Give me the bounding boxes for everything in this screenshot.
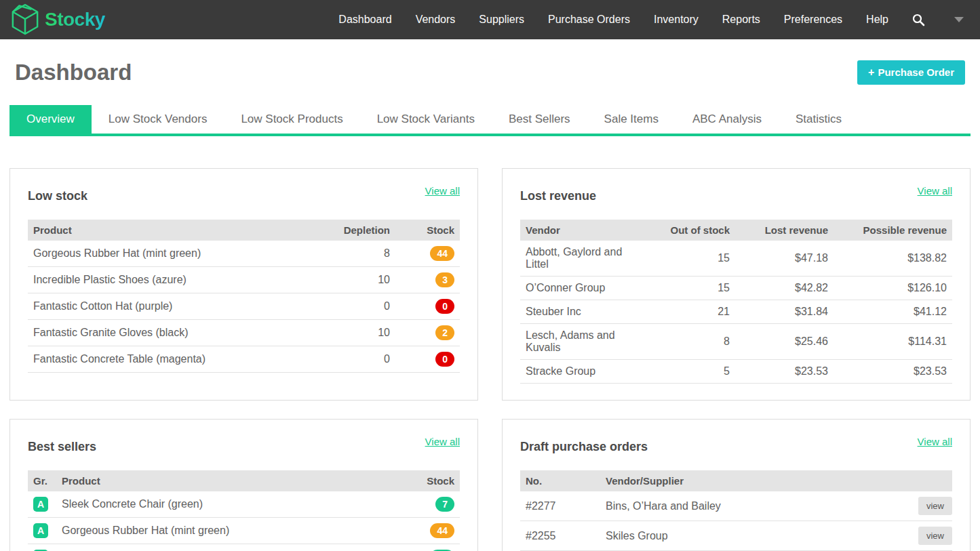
po-number: #2255	[520, 521, 600, 551]
column-header-product: Product	[28, 220, 314, 241]
best-sellers-card: Best sellers View all Gr. Product Stock …	[9, 419, 478, 551]
nav-vendors[interactable]: Vendors	[416, 14, 456, 26]
table-row: Steuber Inc 21 $31.84 $41.12	[520, 300, 952, 324]
column-header-actions	[907, 470, 952, 491]
brand-name: Stocky	[45, 9, 105, 30]
stock-badge: 7	[435, 497, 454, 512]
lost-revenue-table: Vendor Out of stock Lost revenue Possibl…	[520, 220, 952, 384]
nav-inventory[interactable]: Inventory	[654, 14, 699, 26]
po-number: #2277	[520, 491, 600, 521]
draft-purchase-orders-card: Draft purchase orders View all No. Vendo…	[502, 419, 971, 551]
possible-revenue-value: $41.12	[834, 300, 952, 324]
chevron-down-icon[interactable]	[954, 17, 964, 22]
table-row: Incredible Plastic Shoes (azure) 10 3	[28, 267, 460, 293]
new-purchase-order-button[interactable]: +Purchase Order	[857, 60, 965, 85]
table-row: Lesch, Adams and Kuvalis 8 $25.46 $114.3…	[520, 324, 952, 360]
column-header-vendor-supplier: Vendor/Supplier	[600, 470, 907, 491]
column-header-number: No.	[520, 470, 600, 491]
best-sellers-view-all-link[interactable]: View all	[425, 436, 460, 447]
table-row: O’Conner Group 15 $42.82 $126.10	[520, 277, 952, 300]
column-header-lost-revenue: Lost revenue	[735, 220, 834, 241]
column-header-grade: Gr.	[28, 470, 56, 491]
lost-revenue-value: $47.18	[735, 241, 834, 277]
tab-statistics[interactable]: Statistics	[779, 105, 859, 134]
column-header-out-of-stock: Out of stock	[644, 220, 735, 241]
lost-revenue-card: Lost revenue View all Vendor Out of stoc…	[502, 168, 971, 401]
stock-badge: 44	[430, 246, 454, 261]
low-stock-table: Product Depletion Stock Gorgeous Rubber …	[28, 220, 460, 373]
tab-low-stock-vendors[interactable]: Low Stock Vendors	[92, 105, 224, 134]
table-row: #2277 Bins, O’Hara and Bailey view	[520, 491, 952, 521]
product-name: Gorgeous Rubber Hat (mint green)	[56, 518, 395, 544]
product-name: Fantastic Concrete Table (magenta)	[28, 346, 314, 373]
nav-reports[interactable]: Reports	[722, 14, 760, 26]
possible-revenue-value: $138.82	[834, 241, 952, 277]
draft-purchase-orders-view-all-link[interactable]: View all	[918, 436, 952, 447]
tab-abc-analysis[interactable]: ABC Analysis	[675, 105, 779, 134]
top-navbar: Stocky Dashboard Vendors Suppliers Purch…	[0, 0, 980, 39]
view-button[interactable]: view	[918, 527, 952, 545]
vendor-name: O’Conner Group	[520, 277, 644, 300]
stock-badge: 44	[430, 523, 454, 538]
table-row: #2255 Skiles Group view	[520, 521, 952, 551]
stock-badge: 0	[435, 299, 454, 314]
page-header: Dashboard +Purchase Order	[9, 60, 971, 85]
po-vendor: Bins, O’Hara and Bailey	[600, 491, 907, 521]
out-of-stock-value: 15	[644, 277, 735, 300]
grade-badge: A	[33, 497, 48, 512]
out-of-stock-value: 8	[644, 324, 735, 360]
product-name: Sleek Concrete Chair (green)	[56, 491, 395, 518]
stocky-box-icon	[11, 3, 39, 36]
lost-revenue-value: $25.46	[735, 324, 834, 360]
cards-grid: Low stock View all Product Depletion Sto…	[9, 168, 971, 551]
nav-dashboard[interactable]: Dashboard	[338, 14, 391, 26]
tab-low-stock-products[interactable]: Low Stock Products	[224, 105, 359, 134]
out-of-stock-value: 5	[644, 360, 735, 384]
vendor-name: Abbott, Gaylord and Littel	[520, 241, 644, 277]
lost-revenue-value: $42.82	[735, 277, 834, 300]
plus-icon: +	[868, 66, 874, 78]
draft-purchase-orders-table: No. Vendor/Supplier #2277 Bins, O’Hara a…	[520, 470, 952, 551]
product-name: Gorgeous Rubber Hat (mint green)	[28, 241, 314, 267]
lost-revenue-value: $23.53	[735, 360, 834, 384]
table-row: Fantastic Cotton Hat (purple) 0 0	[28, 293, 460, 320]
card-title: Draft purchase orders	[520, 436, 648, 454]
card-title: Lost revenue	[520, 185, 596, 203]
main-content: Dashboard +Purchase Order Overview Low S…	[0, 60, 980, 551]
possible-revenue-value: $126.10	[834, 277, 952, 300]
nav-suppliers[interactable]: Suppliers	[479, 14, 524, 26]
tab-overview[interactable]: Overview	[9, 105, 92, 134]
vendor-name: Stracke Group	[520, 360, 644, 384]
tab-best-sellers[interactable]: Best Sellers	[492, 105, 587, 134]
nav-preferences[interactable]: Preferences	[784, 14, 842, 26]
product-name: Small Concrete Table (red)	[56, 544, 395, 551]
lost-revenue-value: $31.84	[735, 300, 834, 324]
depletion-value: 0	[314, 293, 395, 320]
table-row: Stracke Group 5 $23.53 $23.53	[520, 360, 952, 384]
table-row: A Small Concrete Table (red) 20	[28, 544, 460, 551]
depletion-value: 10	[314, 267, 395, 293]
column-header-product: Product	[56, 470, 395, 491]
table-row: A Sleek Concrete Chair (green) 7	[28, 491, 460, 518]
depletion-value: 8	[314, 241, 395, 267]
column-header-vendor: Vendor	[520, 220, 644, 241]
low-stock-view-all-link[interactable]: View all	[425, 185, 460, 197]
out-of-stock-value: 15	[644, 241, 735, 277]
nav-purchase-orders[interactable]: Purchase Orders	[548, 14, 630, 26]
depletion-value: 10	[314, 320, 395, 346]
po-vendor: Skiles Group	[600, 521, 907, 551]
tab-sale-items[interactable]: Sale Items	[587, 105, 675, 134]
brand-logo[interactable]: Stocky	[11, 3, 105, 36]
grade-badge: A	[33, 523, 48, 538]
product-name: Fantastic Cotton Hat (purple)	[28, 293, 314, 320]
product-name: Fantastic Granite Gloves (black)	[28, 320, 314, 346]
nav-help[interactable]: Help	[866, 14, 888, 26]
view-button[interactable]: view	[918, 497, 952, 515]
column-header-possible-revenue: Possible revenue	[834, 220, 952, 241]
table-row: Fantastic Granite Gloves (black) 10 2	[28, 320, 460, 346]
search-icon[interactable]	[912, 14, 925, 26]
table-row: Fantastic Concrete Table (magenta) 0 0	[28, 346, 460, 373]
tab-low-stock-variants[interactable]: Low Stock Variants	[360, 105, 492, 134]
possible-revenue-value: $23.53	[834, 360, 952, 384]
lost-revenue-view-all-link[interactable]: View all	[918, 185, 952, 197]
